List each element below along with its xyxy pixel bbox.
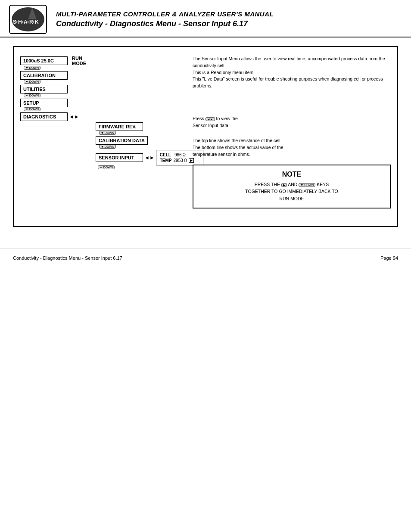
calibration-menu-item: CALIBRATION [20,71,68,80]
footer-left: Conductivity - Diagnostics Menu - Sensor… [13,255,122,261]
temp-value: 2953 [174,158,183,163]
page-footer: Conductivity - Diagnostics Menu - Sensor… [0,249,411,267]
page-header: S H A R K MULTI-PARAMETER CONTROLLER & A… [0,0,411,37]
svg-text:A: A [24,19,28,25]
left-menu-column: 1000uS 25.0C RUN MODE ▼ DOWN CALIBRATION… [20,56,91,218]
svg-point-10 [28,22,29,23]
right-desc-column: The Sensor Input Menu allows the user to… [186,56,391,218]
svg-point-9 [22,22,23,23]
utilities-entry: UTILITIES ▼ DOWN [20,85,91,97]
svg-text:R: R [29,19,33,25]
calib-data-entry: CALIBRATION DATA ▼ DOWN [96,136,186,149]
cell-value: 966 [174,152,182,157]
temp-label: TEMP [160,158,172,163]
down-arrow-fw: ▼ DOWN [99,131,116,135]
enter-btn-press: ◄► [206,117,215,121]
diagram-box: 1000uS 25.0C RUN MODE ▼ DOWN CALIBRATION… [13,46,398,227]
down-arrow-si: ▼ DOWN [98,165,115,169]
note-title: NOTE [200,171,383,178]
setup-menu-item: SETUP [20,99,68,107]
run-mode-display: 1000uS 25.0C [20,56,68,65]
down-btn-setup: ▼ DOWN [24,107,40,111]
sensor-input-entry: SENSOR INPUT ◄► CELL 966 Ω TEMP 2953 Ω [96,150,186,169]
down-arrow-run: ▼ DOWN [24,66,40,70]
cell-label: CELL [160,152,171,157]
manual-title: MULTI-PARAMETER CONTROLLER & ANALYZER US… [56,10,274,18]
svg-text:H: H [18,19,22,25]
firmware-entry: FIRMWARE REV. ▼ DOWN [96,122,186,135]
svg-point-8 [16,22,18,23]
mid-menu-column: FIRMWARE REV. ▼ DOWN CALIBRATION DATA ▼ … [91,56,186,218]
calibration-entry: CALIBRATION ▼ DOWN [20,71,91,84]
footer-right: Page 94 [380,255,398,261]
press-label: Press [193,116,206,121]
logo: S H A R K [9,4,47,34]
svg-text:K: K [35,19,39,25]
firmware-menu-item: FIRMWARE REV. [96,122,143,131]
note-box: NOTE PRESS THE ▶ AND ▼ DOWN KEYS TOGETHE… [193,165,391,208]
down-btn-calib: ▼ DOWN [24,80,40,84]
utilities-menu-item: UTILITIES [20,85,68,93]
note-key1: ▶ [281,183,287,187]
main-description: The Sensor Input Menu allows the user to… [193,56,391,90]
diagnostics-entry: DIAGNOSTICS ◄► [20,112,91,121]
desc-text-content: The Sensor Input Menu allows the user to… [193,56,385,88]
down-arrow-setup: ▼ DOWN [24,107,40,111]
setup-entry: SETUP ▼ DOWN [20,99,91,111]
diagnostics-menu-item: DIAGNOSTICS [20,112,68,121]
sensor-input-menu-item: SENSOR INPUT [96,153,143,162]
note-key2: ▼ DOWN [299,183,315,187]
down-arrow-cd: ▼ DOWN [99,145,116,149]
cell-description: The top line shows the resistance of the… [193,137,391,158]
press-to-view: Press ◄► to view theSensor Input data. [193,115,391,129]
diagnostics-arrow: ◄► [69,114,79,120]
sensor-arrow: ◄► [144,155,155,161]
down-btn-cd: ▼ DOWN [99,145,116,149]
down-btn-run: ▼ DOWN [24,66,40,70]
svg-point-11 [33,22,34,23]
cell-unit: Ω [183,152,186,157]
main-content: 1000uS 25.0C RUN MODE ▼ DOWN CALIBRATION… [0,37,411,244]
header-text-block: MULTI-PARAMETER CONTROLLER & ANALYZER US… [56,10,274,28]
down-btn-si: ▼ DOWN [98,165,115,169]
down-arrow-util: ▼ DOWN [24,93,40,97]
svg-text:S: S [13,19,16,25]
page-subtitle: Conductivity - Diagnostics Menu - Sensor… [56,19,274,28]
down-arrow-calib: ▼ DOWN [24,80,40,84]
run-mode-entry: 1000uS 25.0C RUN MODE ▼ DOWN [20,56,91,70]
run-mode-label: RUN MODE [72,56,91,66]
note-content: PRESS THE ▶ AND ▼ DOWN KEYS TOGETHER TO … [200,181,383,202]
calib-data-menu-item: CALIBRATION DATA [96,136,148,145]
down-btn-util: ▼ DOWN [24,93,40,97]
down-btn-fw: ▼ DOWN [99,131,116,135]
cell-desc-content: The top line shows the resistance of the… [193,138,283,157]
